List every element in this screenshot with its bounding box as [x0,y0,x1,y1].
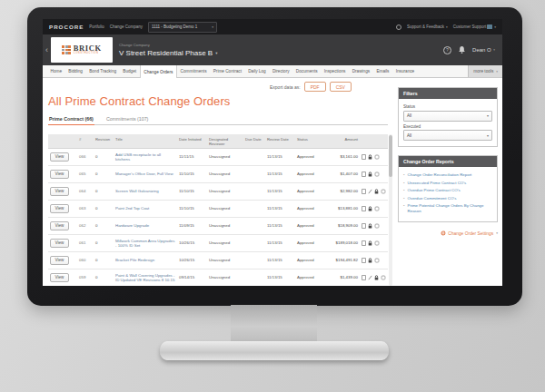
tab-budget[interactable]: Budget [120,65,140,77]
view-button[interactable]: View [50,187,69,196]
attachment-icon[interactable] [368,275,372,280]
column-header: Revision [94,134,114,143]
executed-filter-select[interactable]: All ▾ [403,130,492,141]
export-pdf-button[interactable]: PDF [304,82,326,92]
table-scrollbar[interactable] [389,134,392,286]
table-header: #RevisionTitleDate InitiatedDesignated R… [48,134,388,149]
report-link[interactable]: Change Order Reconciliation Report [408,172,472,178]
due-date [243,241,265,245]
bullet-icon: • [403,203,405,208]
flag-badge-icon [487,24,492,29]
document-icon[interactable] [362,189,366,194]
view-button[interactable]: View [50,152,69,162]
view-button[interactable]: View [50,239,69,248]
monitor-frame: PROCORE Portfolio Change Company 1111 - … [27,7,522,306]
gear-icon[interactable] [374,172,380,177]
co-title-link[interactable]: Paint 2nd Top Coat [114,204,177,212]
column-header: Title [114,134,177,143]
table-row: View0640Screen Wall Galvanizing11/10/15U… [48,183,388,201]
page-tab-0[interactable]: Prime Contract (66) [48,114,94,125]
reports-panel: Change Order Reports •Change Order Recon… [398,155,498,222]
tab-daily-log[interactable]: Daily Log [245,65,270,77]
bullet-icon: • [403,181,405,185]
amount: $189,018.00 [322,239,360,247]
tab-documents[interactable]: Documents [292,65,321,77]
change-order-settings-link[interactable]: Change Order Settings ▾ [398,230,498,236]
document-icon[interactable] [362,172,366,177]
project-name-dropdown[interactable]: V Street Residential Phase B ▾ [119,49,217,57]
document-icon[interactable] [362,275,366,280]
co-title-link[interactable]: Hardware Upgrade [114,221,177,230]
report-link[interactable]: Unexecuted Prime Contract CO's [408,181,467,186]
view-button[interactable]: View [50,221,69,230]
report-link[interactable]: Overdue Commitment CO's [408,196,457,201]
more-tools-menu[interactable]: more tools ▾ [468,65,502,77]
notification-icon[interactable] [396,24,401,30]
tab-bidding[interactable]: Bidding [65,65,86,77]
tab-directory[interactable]: Directory [269,65,292,77]
chevron-down-icon: ▾ [494,25,496,29]
co-title-link[interactable]: Add USB receptacle to all kitchens [114,151,177,164]
co-title-link[interactable]: Paint & Wall Covering Upgrades - ID Upda… [114,271,177,285]
tab-bond-tracking[interactable]: Bond Tracking [86,65,120,77]
co-revision: 0 [94,239,114,247]
view-button[interactable]: View [50,170,69,179]
gear-icon[interactable] [374,154,380,160]
gear-icon[interactable] [374,223,380,229]
document-icon[interactable] [362,223,366,229]
global-nav-bar: PROCORE Portfolio Change Company 1111 - … [43,19,502,34]
document-icon[interactable] [362,154,366,160]
co-title-link[interactable]: Millwork Common Area Upgrades - 100% ID … [114,237,177,250]
tab-insurance[interactable]: Insurance [392,65,418,77]
nav-portfolio[interactable]: Portfolio [89,24,104,29]
export-csv-button[interactable]: CSV [330,82,352,92]
status: Approved [295,256,322,264]
gear-icon[interactable] [381,189,386,194]
help-icon[interactable]: ? [443,46,451,54]
report-link[interactable]: Prime Potential Change Orders By Change … [408,203,492,213]
attachment-icon[interactable] [368,189,372,194]
table-body: View0660Add USB receptacle to all kitche… [48,149,388,286]
designated-reviewer: Unassigned [207,221,243,230]
project-header-bar: ‹ BRICK CONSTRUCTION Change Company V St… [43,34,502,65]
tab-home[interactable]: Home [47,65,65,77]
customer-support-menu[interactable]: Customer Support ▾ [453,24,496,29]
tab-inspections[interactable]: Inspections [321,65,349,77]
back-chevron-icon[interactable]: ‹ [45,46,48,54]
tab-commitments[interactable]: Commitments [177,65,210,77]
date-initiated: 09/14/15 [177,273,207,281]
company-logo[interactable]: BRICK CONSTRUCTION [51,37,113,63]
tab-prime-contract[interactable]: Prime Contract [210,65,244,77]
gear-icon[interactable] [374,206,380,211]
support-feedback-menu[interactable]: Support & Feedback ▾ [407,24,448,29]
document-icon[interactable] [362,206,366,211]
view-button[interactable]: View [50,204,69,213]
view-button[interactable]: View [50,256,69,265]
bullet-icon: • [403,196,405,201]
gear-icon[interactable] [381,275,386,280]
lock-icon [368,206,372,211]
document-icon[interactable] [362,240,366,246]
gear-icon[interactable] [374,258,380,263]
co-title-link[interactable]: Manager's Office Door, Full View [114,170,177,178]
document-icon[interactable] [362,258,366,263]
tab-drawings[interactable]: Drawings [349,65,373,77]
scrollbar-thumb[interactable] [389,135,392,177]
chevron-down-icon: ▾ [487,133,489,138]
report-link[interactable]: Overdue Prime Contract CO's [408,188,461,193]
co-title-link[interactable]: Bracket Pile Redesign [114,256,177,264]
nav-change-company[interactable]: Change Company [110,24,143,29]
designated-reviewer: Unassigned [207,187,243,195]
status-filter-select[interactable]: All ▾ [403,111,492,122]
tab-change-orders[interactable]: Change Orders [140,65,177,78]
co-title-link[interactable]: Screen Wall Galvanizing [114,187,177,195]
review-date: 11/13/15 [265,239,295,247]
view-button[interactable]: View [50,273,69,282]
gear-icon[interactable] [374,240,380,246]
user-menu[interactable]: Dean O ▾ [472,47,495,53]
page-tab-1[interactable]: Commitments (107) [105,114,150,124]
bell-icon[interactable] [459,46,465,54]
change-company-label[interactable]: Change Company [119,43,217,47]
project-selector-dropdown[interactable]: 1111 - Budgeting Demo 1 ▾ [148,22,217,33]
tab-emails[interactable]: Emails [373,65,392,77]
